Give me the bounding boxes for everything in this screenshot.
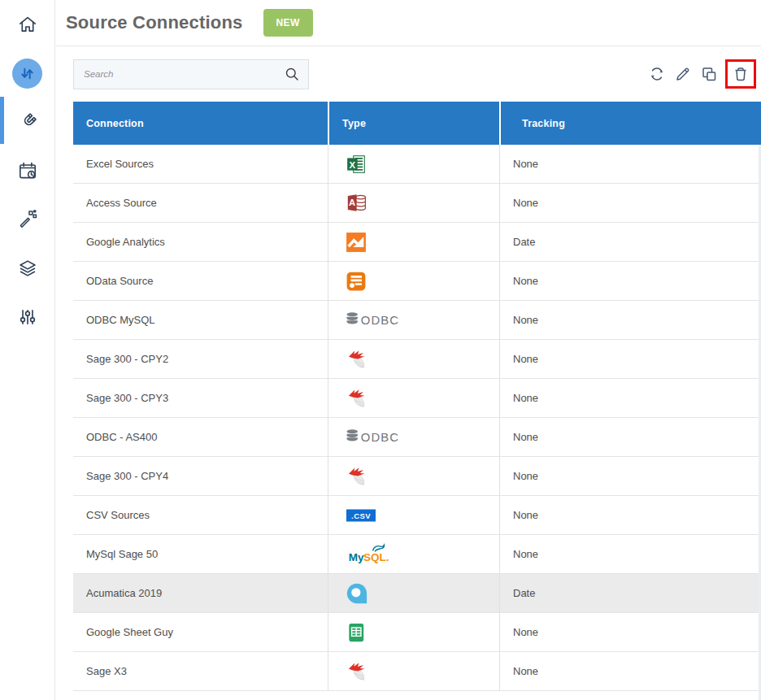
toolbar — [647, 59, 756, 89]
connection-name: OData Source — [73, 262, 328, 300]
table-row[interactable]: MySql Sage 50 None — [73, 535, 761, 574]
page-title: Source Connections — [66, 12, 243, 33]
search-box — [73, 59, 309, 89]
sync-arrows-icon — [19, 65, 36, 82]
type-cell — [328, 535, 499, 573]
new-button[interactable]: NEW — [263, 9, 313, 37]
type-cell — [328, 262, 499, 300]
google-analytics-icon — [346, 232, 367, 253]
connection-name: Sage 300 - CPY3 — [73, 379, 328, 417]
magnet-icon — [17, 111, 38, 133]
table-row[interactable]: Google Sheet Guy None — [73, 613, 761, 652]
sql-server-icon — [346, 387, 367, 409]
controls-row — [56, 46, 761, 102]
google-sheets-icon — [346, 622, 367, 643]
calendar-clock-icon — [17, 160, 38, 181]
tracking-value: None — [499, 340, 761, 378]
type-cell — [328, 457, 499, 495]
search-button[interactable] — [284, 66, 300, 82]
table-row[interactable]: Sage 300 - CPY3 None — [73, 379, 761, 418]
connection-name: Sage X3 — [73, 652, 328, 690]
tracking-value: None — [499, 184, 761, 222]
connection-name: Sage 300 - CPY2 — [73, 340, 328, 378]
type-cell — [328, 301, 499, 339]
acumatica-icon — [346, 582, 368, 605]
connection-name: Acumatica 2019 — [73, 574, 328, 612]
connection-name: Access Source — [73, 184, 328, 222]
table-row[interactable]: ODBC - AS400 None — [73, 418, 761, 457]
connections-table: Connection Type Tracking Excel Sources N… — [73, 102, 761, 691]
copy-button[interactable] — [699, 64, 719, 84]
tracking-value: None — [499, 535, 761, 573]
odata-icon — [346, 271, 367, 292]
table-row[interactable]: CSV Sources None — [73, 496, 761, 535]
refresh-icon — [648, 65, 666, 83]
edit-button[interactable] — [673, 64, 693, 84]
connection-name: CSV Sources — [73, 496, 328, 534]
table-row-selected[interactable]: Acumatica 2019 Date — [73, 574, 761, 613]
main-content: Source Connections NEW — [56, 0, 761, 700]
sql-server-icon — [346, 660, 367, 682]
table-row[interactable]: Sage 300 - CPY4 None — [73, 457, 761, 496]
search-input[interactable] — [74, 69, 284, 79]
tracking-value: Date — [499, 223, 761, 261]
tracking-value: Date — [499, 574, 761, 612]
excel-icon — [346, 154, 367, 175]
connection-name: ODBC - AS400 — [73, 418, 328, 456]
tracking-value: None — [499, 145, 761, 183]
type-cell — [328, 340, 499, 378]
sidebar-item-layers[interactable] — [0, 244, 54, 293]
type-cell — [328, 418, 499, 456]
csv-icon — [346, 506, 378, 525]
type-cell — [328, 379, 499, 417]
connection-name: MySql Sage 50 — [73, 535, 328, 573]
type-cell — [328, 496, 499, 534]
type-cell — [328, 145, 499, 183]
sidebar-item-home[interactable] — [0, 0, 54, 49]
connection-name: Google Analytics — [73, 223, 328, 261]
type-cell — [328, 184, 499, 222]
sidebar-item-settings[interactable] — [0, 293, 54, 341]
mysql-icon — [346, 543, 391, 566]
column-header-connection[interactable]: Connection — [73, 102, 328, 145]
sidebar-item-magnet[interactable] — [0, 98, 54, 146]
column-header-tracking[interactable]: Tracking — [499, 102, 761, 145]
tracking-value: None — [499, 301, 761, 339]
tracking-value: None — [499, 652, 761, 690]
connection-name: Sage 300 - CPY4 — [73, 457, 328, 495]
table-row[interactable]: ODBC MySQL None — [73, 301, 761, 340]
annotation-highlight-box — [725, 59, 756, 89]
sidebar-item-wizard[interactable] — [0, 195, 54, 244]
refresh-button[interactable] — [647, 64, 667, 84]
connection-name: Google Sheet Guy — [73, 613, 328, 651]
tracking-value: None — [499, 457, 761, 495]
tracking-value: None — [499, 418, 761, 456]
table-row[interactable]: Access Source None — [73, 184, 761, 223]
tracking-value: None — [499, 379, 761, 417]
table-row[interactable]: Sage 300 - CPY2 None — [73, 340, 761, 379]
active-item-circle — [12, 59, 42, 89]
table-row[interactable]: Google Analytics Date — [73, 223, 761, 262]
sidebar-item-schedule[interactable] — [0, 146, 54, 195]
type-cell — [328, 652, 499, 690]
type-cell — [328, 574, 499, 612]
tracking-value: None — [499, 613, 761, 651]
page-header: Source Connections NEW — [56, 0, 761, 46]
delete-button[interactable] — [731, 64, 750, 84]
table-row[interactable]: OData Source None — [73, 262, 761, 301]
sidebar-item-source-connections-active[interactable] — [0, 49, 54, 98]
table-row[interactable]: Sage X3 None — [73, 652, 761, 691]
table-row[interactable]: Excel Sources None — [73, 145, 761, 184]
home-icon — [17, 14, 38, 35]
connection-name: Excel Sources — [73, 145, 328, 183]
column-header-type[interactable]: Type — [328, 102, 499, 145]
odbc-icon — [346, 428, 404, 446]
tracking-value: None — [499, 496, 761, 534]
connection-name: ODBC MySQL — [73, 301, 328, 339]
sql-server-icon — [346, 348, 367, 370]
magic-wand-icon — [17, 209, 38, 230]
search-icon — [284, 66, 300, 82]
access-icon — [346, 192, 367, 214]
odbc-icon — [346, 311, 404, 329]
layers-icon — [17, 258, 38, 279]
